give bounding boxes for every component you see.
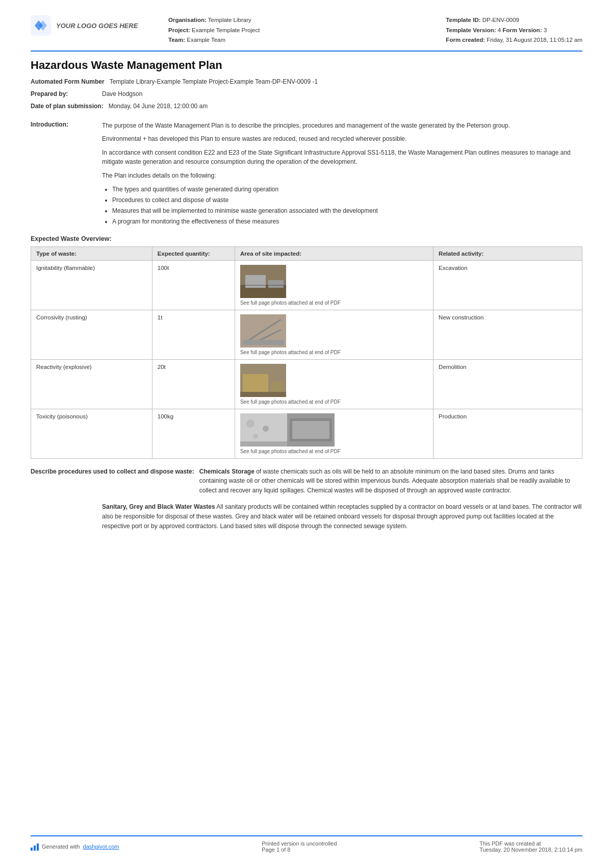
document-header: YOUR LOGO GOES HERE Organisation: Templa… [31,15,582,52]
generated-text: Generated with [42,844,80,850]
bar-2 [34,846,36,851]
page: YOUR LOGO GOES HERE Organisation: Templa… [0,0,613,868]
logo-area: YOUR LOGO GOES HERE [31,15,153,36]
procedures-content-2: Sanitary, Grey and Black Water Wastes Al… [102,502,582,531]
document-title: Hazardous Waste Management Plan [31,59,582,72]
procedures-para-1: Chemicals Storage of waste chemicals suc… [199,467,582,495]
intro-para-2: Environmental + has developed this Plan … [102,134,582,144]
template-id-label: Template ID: [446,17,480,23]
svg-rect-9 [243,340,284,345]
footer-uncontrolled: Printed version is uncontrolled [262,840,337,847]
svg-point-15 [246,419,254,428]
waste-activity-4: Production [433,409,582,458]
procedures-bold-1: Chemicals Storage [199,468,254,475]
waste-area-4: See full page photos attached at end of … [235,409,433,458]
footer-right: This PDF was created at Tuesday, 20 Nove… [479,840,582,853]
waste-type-3: Reactivity (explosive) [31,359,152,409]
svg-point-16 [263,426,269,432]
procedures-row: Describe procedures used to collect and … [31,467,582,495]
waste-qty-3: 20t [152,359,235,409]
svg-rect-21 [292,421,329,439]
waste-image-4a [240,413,288,447]
waste-activity-2: New construction [433,310,582,359]
intro-bullet-2: Procedures to collect and dispose of was… [112,195,582,205]
header-middle: Organisation: Template Library Project: … [168,15,446,45]
waste-qty-1: 100t [152,260,235,310]
svg-rect-3 [245,275,266,288]
team-label: Team: [168,37,185,43]
intro-bullet-1: The types and quantities of waste genera… [112,185,582,194]
bar-1 [31,848,33,851]
svg-rect-11 [243,374,268,394]
svg-rect-18 [240,441,288,447]
auto-number-value: Template Library-Example Template Projec… [110,77,582,86]
waste-image-caption-1: See full page photos attached at end of … [240,300,428,306]
bar-3 [37,844,39,851]
table-header-row: Type of waste: Expected quantity: Area o… [31,246,582,260]
waste-image-4 [240,413,335,447]
procedures-bold-2: Sanitary, Grey and Black Water Wastes [102,503,215,510]
footer-page: Page 1 of 8 [262,847,337,853]
team-value: Example Team [187,37,225,43]
project-label: Project: [168,27,190,33]
waste-image-2 [240,314,286,348]
footer-left: Generated with dashpivot.com [31,842,119,851]
procedures-para-2: Sanitary, Grey and Black Water Wastes Al… [102,502,582,531]
org-value: Template Library [208,17,251,23]
waste-type-4: Toxicity (poisonous) [31,409,152,458]
auto-number-label: Automated Form Number [31,77,110,86]
waste-image-1 [240,265,286,298]
form-created-value: Friday, 31 August 2018, 11:05:12 am [487,37,582,43]
prepared-by-label: Prepared by: [31,89,102,98]
table-row: Reactivity (explosive) 20t See full page… [31,359,582,409]
template-version-value: 4 [498,27,501,33]
table-row: Corrosivity (rusting) 1t See full page p… [31,310,582,359]
procedures-section: Describe procedures used to collect and … [31,467,582,538]
footer-right-text: This PDF was created at [479,840,582,847]
introduction-label: Introduction: [31,121,102,230]
waste-type-1: Ignitability (flammable) [31,260,152,310]
svg-point-17 [253,434,258,439]
table-row: Toxicity (poisonous) 100kg [31,409,582,458]
col-header-qty: Expected quantity: [152,246,235,260]
document-footer: Generated with dashpivot.com Printed ver… [31,835,582,853]
waste-image-caption-3: See full page photos attached at end of … [240,399,428,405]
template-id-value: DP-ENV-0009 [482,17,519,23]
waste-type-2: Corrosivity (rusting) [31,310,152,359]
waste-qty-2: 1t [152,310,235,359]
project-value: Example Template Project [192,27,260,33]
logo-text: YOUR LOGO GOES HERE [56,22,138,30]
waste-image-caption-4: See full page photos attached at end of … [240,449,428,454]
procedures-rest-1: of waste chemicals such as oils will be … [199,468,570,494]
dashpivot-link[interactable]: dashpivot.com [83,844,119,850]
waste-activity-3: Demolition [433,359,582,409]
prepared-by-row: Prepared by: Dave Hodgson [31,89,582,98]
col-header-activity: Related activity: [433,246,582,260]
dashpivot-logo-icon [31,842,39,851]
logo-icon [31,15,51,36]
intro-para-1: The purpose of the Waste Management Plan… [102,121,582,131]
auto-number-row: Automated Form Number Template Library-E… [31,77,582,86]
intro-bullet-3: Measures that will be implemented to min… [112,206,582,215]
footer-right-date: Tuesday, 20 November 2018, 2:10:14 pm [479,847,582,853]
form-created-label: Form created: [446,37,485,43]
form-fields: Automated Form Number Template Library-E… [31,77,582,114]
waste-image-4b [287,413,335,447]
footer-center: Printed version is uncontrolled Page 1 o… [262,840,337,853]
introduction-content: The purpose of the Waste Management Plan… [102,121,582,230]
table-row: Ignitability (flammable) 100t See full p… [31,260,582,310]
waste-qty-4: 100kg [152,409,235,458]
org-label: Organisation: [168,17,207,23]
intro-bullet-list: The types and quantities of waste genera… [112,185,582,226]
waste-table: Type of waste: Expected quantity: Area o… [31,246,582,459]
waste-activity-1: Excavation [433,260,582,310]
date-label: Date of plan submission: [31,102,109,111]
waste-image-caption-2: See full page photos attached at end of … [240,350,428,355]
waste-area-1: See full page photos attached at end of … [235,260,433,310]
form-version-label: Form Version: [502,27,542,33]
intro-bullet-4: A program for monitoring the effectivene… [112,217,582,226]
procedures-content: Chemicals Storage of waste chemicals suc… [199,467,582,495]
procedures-label-2 [31,502,102,531]
waste-area-3: See full page photos attached at end of … [235,359,433,409]
header-right: Template ID: DP-ENV-0009 Template Versio… [446,15,582,45]
